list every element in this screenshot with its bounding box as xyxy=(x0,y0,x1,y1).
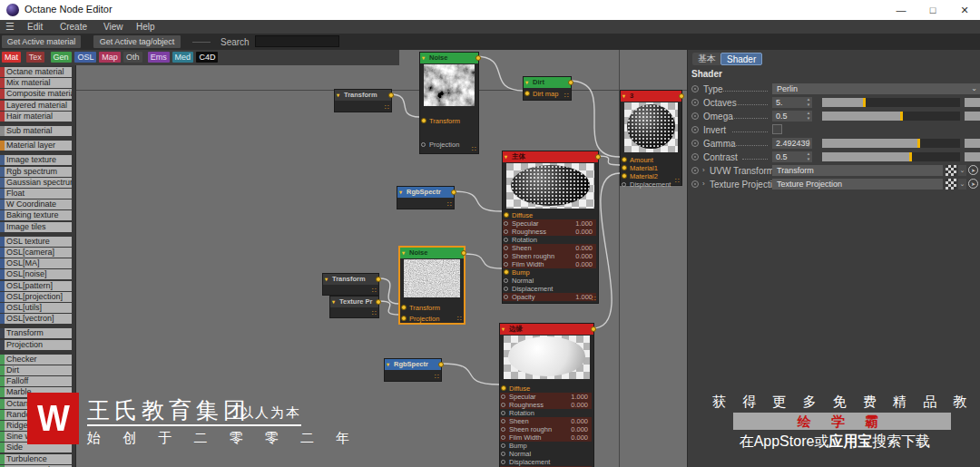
output-port[interactable] xyxy=(388,92,394,98)
input-port[interactable] xyxy=(504,212,509,218)
hamburger-icon[interactable]: ☰ xyxy=(5,21,15,33)
category-tab-tex[interactable]: Tex xyxy=(26,52,44,63)
sidebar-item-osl-utils-[interactable]: OSL[utils] xyxy=(0,303,72,313)
node-rgb-spectrum-1[interactable]: ▾RgbSpectr∷ xyxy=(397,186,455,209)
slider-handle[interactable] xyxy=(863,98,866,107)
input-port[interactable] xyxy=(421,118,426,123)
category-tab-osl[interactable]: OSL xyxy=(74,52,96,63)
node-input-transform[interactable]: Transform xyxy=(420,117,476,125)
node-input-normal[interactable]: Normal xyxy=(503,277,596,285)
resize-handle-icon[interactable]: ∷ xyxy=(385,104,389,112)
chevron-down-icon[interactable]: ⌄ xyxy=(958,165,966,176)
input-port[interactable] xyxy=(401,316,407,321)
node-input-rotation[interactable]: Rotation xyxy=(503,236,596,244)
menu-view[interactable]: View xyxy=(103,22,123,32)
node-grid-icon[interactable] xyxy=(946,165,956,176)
sidebar-item-osl-pattern-[interactable]: OSL[pattern] xyxy=(0,281,72,291)
input-port[interactable] xyxy=(504,262,508,267)
sidebar-item-sub-material[interactable]: Sub material xyxy=(0,126,72,136)
input-port[interactable] xyxy=(501,394,505,399)
node-header[interactable]: ▾Texture Pr xyxy=(330,297,378,307)
node-input-specular[interactable]: Specular1.000 xyxy=(500,393,592,401)
node-material-zhuti[interactable]: ▾主体DiffuseSpecular1.000Roughness0.000Rot… xyxy=(502,151,599,304)
node-input-roughness[interactable]: Roughness0.000 xyxy=(503,228,596,236)
sidebar-item-osl-vectron-[interactable]: OSL[vectron] xyxy=(0,314,72,324)
category-tab-mat[interactable]: Mat xyxy=(2,52,21,63)
node-input-displacement[interactable]: Displacement xyxy=(500,458,592,466)
sidebar-item-osl-ma-[interactable]: OSL[MA] xyxy=(0,258,72,268)
node-input-specular[interactable]: Specular1.000 xyxy=(503,219,596,228)
resize-handle-icon[interactable]: ∷ xyxy=(372,287,377,295)
node-input-amount[interactable]: Amount xyxy=(621,156,680,164)
input-port[interactable] xyxy=(501,419,505,423)
animation-dot-icon[interactable] xyxy=(691,167,699,174)
sidebar-item-side[interactable]: Side xyxy=(0,443,72,452)
collapse-triangle-icon[interactable]: ▾ xyxy=(325,274,328,285)
collapse-triangle-icon[interactable]: ▾ xyxy=(422,53,425,63)
node-input-material1[interactable]: Material1 xyxy=(621,164,680,172)
output-port[interactable] xyxy=(461,250,466,256)
sidebar-item-transform[interactable]: Transform xyxy=(0,328,72,338)
spinner-arrows-icon[interactable]: ▲▼ xyxy=(806,111,811,122)
input-port[interactable] xyxy=(524,91,530,96)
number-input[interactable]: 0.5▲▼ xyxy=(772,111,812,122)
input-port[interactable] xyxy=(504,269,509,275)
category-tab-ems[interactable]: Ems xyxy=(148,52,170,63)
animation-dot-icon[interactable] xyxy=(691,126,699,133)
number-input[interactable]: 5.▲▼ xyxy=(772,97,812,108)
node-input-sheen-roughn[interactable]: Sheen roughn0.000 xyxy=(500,425,592,433)
collapse-triangle-icon[interactable]: ▾ xyxy=(622,91,625,102)
node-input-projection[interactable]: Projection xyxy=(420,141,476,149)
input-port[interactable] xyxy=(504,221,508,226)
resize-handle-icon[interactable]: ∷ xyxy=(675,178,680,185)
parameter-slider[interactable] xyxy=(822,112,960,121)
slider-handle[interactable] xyxy=(917,139,920,148)
animation-dot-icon[interactable] xyxy=(691,153,699,161)
close-button[interactable]: ✕ xyxy=(949,0,980,20)
animation-dot-icon[interactable] xyxy=(691,99,699,106)
sidebar-item-w-coordinate[interactable]: W Coordinate xyxy=(0,199,72,209)
sidebar-item-hair-material[interactable]: Hair material xyxy=(0,112,72,122)
spinner-arrows-icon[interactable]: ▲▼ xyxy=(806,138,811,149)
node-input-opacity[interactable]: Opacity1.000 xyxy=(503,293,596,301)
node-input-bump[interactable]: Bump xyxy=(503,268,596,277)
node-header[interactable]: ▾RgbSpectr xyxy=(397,187,454,198)
collapse-triangle-icon[interactable]: ▾ xyxy=(505,151,507,162)
node-input-sheen-roughn[interactable]: Sheen roughn0.000 xyxy=(503,252,596,260)
node-input-displacement[interactable]: Displacement xyxy=(621,180,680,189)
sidebar-item-osl-projection-[interactable]: OSL[projection] xyxy=(0,292,72,302)
panel-tab-shader[interactable]: Shader xyxy=(720,53,762,65)
input-port[interactable] xyxy=(501,411,505,415)
collapse-triangle-icon[interactable]: ▾ xyxy=(387,359,389,370)
node-input-material2[interactable]: Material2 xyxy=(621,172,680,180)
panel-tab-基本[interactable]: 基本 xyxy=(692,53,721,65)
menu-create[interactable]: Create xyxy=(60,22,87,32)
resize-handle-icon[interactable]: ∷ xyxy=(457,316,462,323)
node-input-projection[interactable]: Projection xyxy=(400,315,462,323)
picker-icon[interactable]: ➤ xyxy=(968,179,978,189)
node-input-roughness[interactable]: Roughness0.000 xyxy=(500,401,592,409)
category-tab-map[interactable]: Map xyxy=(99,52,121,63)
input-port[interactable] xyxy=(501,435,505,440)
node-header[interactable]: ▾Transform xyxy=(335,90,391,101)
number-input[interactable]: 0.5▲▼ xyxy=(772,151,812,162)
collapse-triangle-icon[interactable]: ▾ xyxy=(337,90,339,101)
node-input-film-width[interactable]: Film Width0.000 xyxy=(500,433,592,442)
type-dropdown[interactable]: Perlin⌄ xyxy=(772,83,980,94)
resize-handle-icon[interactable]: ∷ xyxy=(592,296,596,303)
node-input-dirt-map[interactable]: Dirt map xyxy=(524,90,569,98)
sidebar-item-dirt[interactable]: Dirt xyxy=(0,365,72,375)
input-port[interactable] xyxy=(504,238,508,242)
node-transform-top[interactable]: ▾Transform∷ xyxy=(334,89,392,112)
input-port[interactable] xyxy=(504,246,508,250)
resize-handle-icon[interactable]: ∷ xyxy=(372,310,377,317)
output-port[interactable] xyxy=(568,80,573,85)
output-port[interactable] xyxy=(376,277,381,282)
sidebar-item-osl-noise-[interactable]: OSL[noise] xyxy=(0,269,72,279)
resize-handle-icon[interactable]: ∷ xyxy=(447,201,452,209)
category-tab-gen[interactable]: Gen xyxy=(51,52,72,63)
node-header[interactable]: ▾RgbSpectr xyxy=(385,359,441,370)
category-tab-c4d[interactable]: C4D xyxy=(196,52,218,63)
node-input-diffuse[interactable]: Diffuse xyxy=(503,211,596,219)
node-material-bianyuan[interactable]: ▾边缘DiffuseSpecular1.000Roughness0.000Rot… xyxy=(499,323,594,467)
